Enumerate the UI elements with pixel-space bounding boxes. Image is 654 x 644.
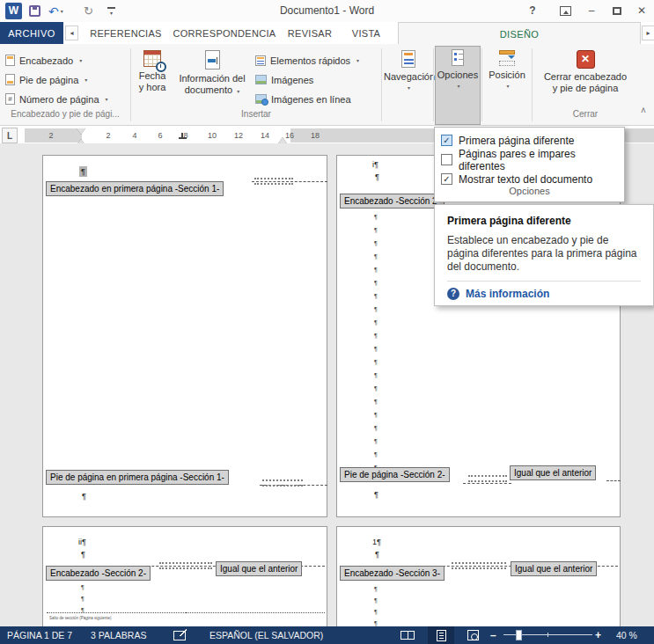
quick-parts-icon	[255, 55, 266, 66]
tooltip: Primera página diferente Establece un en…	[434, 204, 654, 306]
elementos-rapidos-button[interactable]: Elementos rápidos ▾	[252, 51, 363, 70]
tooltip-body: Establece un encabezado y pie de página …	[447, 234, 641, 274]
body-text: 1¶	[372, 538, 381, 546]
print-layout-button[interactable]	[428, 626, 454, 644]
footer-tag: Pie de página -Sección 2-	[340, 467, 450, 482]
web-layout-icon	[467, 630, 479, 640]
page-1[interactable]: ¶ Encabezado en primera página -Sección …	[42, 155, 327, 517]
chevron-down-icon: ▾	[79, 57, 82, 63]
navigation-icon	[401, 50, 415, 70]
proofing-icon	[173, 629, 187, 640]
tab-selector[interactable]: L	[2, 128, 18, 143]
proofing-button[interactable]	[173, 629, 187, 642]
ruler-number: 6	[155, 131, 165, 140]
chevron-down-icon: ▾	[85, 77, 87, 83]
opciones-button[interactable]: Opciones ▾	[435, 46, 481, 125]
same-as-previous-tag: Igual que el anterior	[511, 561, 597, 576]
group-label-insertar: Insertar	[133, 109, 379, 119]
tab-revisar[interactable]: REVISAR	[285, 22, 334, 44]
collapse-ribbon-button[interactable]: ˄	[636, 106, 651, 120]
globe-icon	[261, 99, 268, 106]
print-layout-icon	[437, 630, 446, 641]
chevron-down-icon: ▾	[237, 89, 239, 94]
word-count[interactable]: 3 PALABRAS	[91, 630, 146, 640]
dotted-separator	[254, 178, 293, 185]
tab-vista[interactable]: VISTA	[345, 22, 387, 44]
chevron-down-icon: ▾	[356, 57, 359, 63]
pie-de-pagina-button[interactable]: Pie de página ▾	[2, 70, 91, 89]
menu-item-pares-impares[interactable]: Páginas pares e impares diferentes	[441, 152, 621, 167]
date-time-icon	[143, 50, 161, 69]
title-bar: W ↶▾ ↻ ▾ Documento1 - Word ? – ✕	[0, 0, 654, 22]
tab-diseno-active[interactable]: DISEÑO	[398, 22, 641, 45]
zoom-out-button[interactable]: –	[490, 629, 496, 641]
menu-item-primera-pagina[interactable]: ✓ Primera página diferente	[441, 133, 621, 148]
paragraph-mark-column: ¶ ¶ ¶	[81, 582, 85, 616]
dotted-separator	[468, 475, 507, 482]
right-indent-marker[interactable]	[278, 133, 287, 143]
position-icon	[499, 50, 515, 68]
page-4[interactable]: 1¶ ¶ Encabezado -Sección 3- Igual que el…	[336, 526, 621, 626]
tab-archivo[interactable]: ARCHIVO	[0, 22, 63, 44]
ruler-number: 18	[310, 131, 320, 140]
menu-item-mostrar-texto[interactable]: ✓ Mostrar texto del documento	[441, 172, 621, 187]
page-3[interactable]: ii¶ ¶ Encabezado -Sección 2- Igual que e…	[42, 526, 327, 626]
center-tab-stop-marker[interactable]	[179, 133, 187, 139]
web-layout-button[interactable]	[459, 626, 486, 644]
tab-correspondencia[interactable]: CORRESPONDENCIA	[173, 22, 276, 44]
page-indicator[interactable]: PÁGINA 1 DE 7	[7, 630, 72, 640]
page-number-icon: #	[5, 93, 15, 105]
tab-scroll-left-button[interactable]: ◂	[65, 26, 78, 40]
zoom-level[interactable]: 40 %	[616, 630, 637, 640]
footer-icon	[5, 74, 15, 85]
section-break-label: Salto de sección (Página siguiente)	[49, 616, 112, 620]
posicion-button[interactable]: Posición ▾	[484, 48, 530, 123]
header-icon	[5, 55, 15, 66]
dotted-separator	[452, 562, 506, 569]
body-text: ii¶	[78, 538, 86, 546]
same-as-previous-tag: Igual que el anterior	[510, 465, 596, 480]
paragraph-mark: ¶	[82, 492, 86, 501]
online-pictures-icon	[255, 94, 267, 104]
maximize-icon	[613, 7, 621, 15]
ribbon-display-options-button[interactable]	[554, 2, 577, 19]
section-break: Salto de sección (Página siguiente)	[47, 612, 325, 613]
paragraph-mark: ¶	[374, 490, 378, 499]
tab-referencias[interactable]: REFERENCIAS	[88, 22, 164, 44]
paragraph-mark: ¶	[79, 166, 87, 177]
mas-informacion-link[interactable]: ? Más información	[447, 288, 641, 300]
close-button[interactable]: ✕	[630, 2, 653, 19]
opciones-dropdown-menu: ✓ Primera página diferente Páginas pares…	[434, 127, 625, 202]
tab-scroll-right-button[interactable]: ▸	[642, 26, 654, 40]
checkbox-checked-icon[interactable]: ✓	[441, 173, 452, 185]
ruler-number: 4	[129, 131, 140, 140]
navegacion-button[interactable]: Navegación ▾	[384, 48, 432, 123]
minimize-icon: –	[589, 4, 595, 17]
ruler-number: 2	[103, 131, 114, 140]
chevron-down-icon: ▾	[386, 84, 432, 91]
chevron-down-icon: ▾	[106, 96, 108, 102]
read-mode-icon	[400, 631, 415, 640]
status-bar: PÁGINA 1 DE 7 3 PALABRAS ESPAÑOL (EL SAL…	[0, 626, 654, 644]
numero-de-pagina-button[interactable]: # Número de página ▾	[2, 90, 112, 108]
minimize-button[interactable]: –	[580, 2, 603, 19]
dotted-separator	[262, 479, 303, 487]
encabezado-button[interactable]: Encabezado ▾	[2, 51, 85, 70]
maximize-button[interactable]	[606, 2, 628, 19]
zoom-slider-handle[interactable]	[516, 630, 522, 640]
group-label-cerrar: Cerrar	[535, 109, 636, 119]
ruler-number: 12	[233, 131, 244, 140]
checkbox-checked-icon[interactable]: ✓	[441, 135, 452, 146]
read-mode-button[interactable]	[394, 626, 421, 644]
header-tag: Encabezado -Sección 2-	[340, 194, 445, 209]
language-indicator[interactable]: ESPAÑOL (EL SALVADOR)	[209, 630, 323, 640]
checkbox-unchecked-icon[interactable]	[441, 154, 452, 165]
imagenes-en-linea-button[interactable]: Imágenes en línea	[252, 90, 355, 108]
paragraph-mark: ¶	[375, 172, 379, 181]
chevron-left-icon: ◂	[70, 29, 73, 37]
imagenes-button[interactable]: Imágenes	[252, 70, 317, 89]
help-button[interactable]: ?	[521, 2, 544, 19]
chevron-right-icon: ▸	[646, 29, 650, 37]
header-tag: Encabezado -Sección 2-	[46, 566, 151, 581]
zoom-in-button[interactable]: +	[595, 629, 601, 641]
